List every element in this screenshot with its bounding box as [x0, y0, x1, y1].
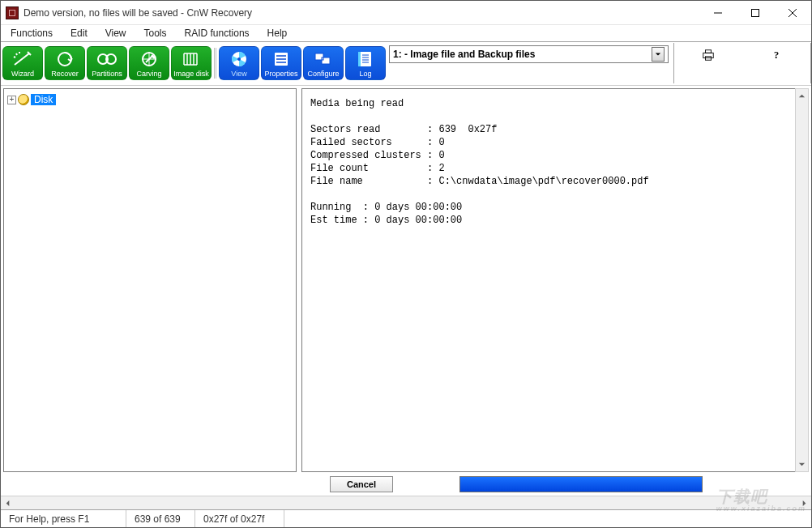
view-button[interactable]: View — [219, 46, 259, 80]
print-button[interactable] — [700, 48, 716, 62]
tree-root-label[interactable]: Disk — [31, 94, 56, 105]
view-label: View — [231, 70, 246, 78]
tree-root[interactable]: + Disk — [7, 94, 293, 105]
menu-edit[interactable]: Edit — [67, 27, 91, 40]
partitions-label: Partitions — [92, 70, 122, 78]
horizontal-scrollbar[interactable] — [1, 496, 811, 509]
configure-label: Configure — [307, 70, 339, 78]
log-icon — [349, 49, 382, 70]
imagedisk-icon — [175, 49, 207, 70]
minimize-button[interactable] — [699, 1, 737, 24]
close-button[interactable] — [774, 1, 811, 24]
toolbar: Wizard Recover Partitions Carving — [1, 43, 811, 83]
log-label: Log — [359, 70, 371, 78]
carving-button[interactable]: Carving — [129, 46, 169, 80]
scroll-left-icon[interactable] — [1, 496, 15, 509]
scroll-up-icon[interactable] — [796, 89, 808, 103]
svg-text:?: ? — [774, 49, 779, 61]
log-button[interactable]: Log — [345, 46, 386, 80]
app-window: Demo version, no files will be saved - C… — [0, 0, 812, 528]
imagedisk-button[interactable]: Image disk — [171, 46, 212, 80]
recover-label: Recover — [51, 70, 79, 78]
scroll-track[interactable] — [796, 103, 808, 458]
carving-label: Carving — [136, 70, 161, 78]
disk-icon — [18, 94, 29, 105]
status-help: For Help, press F1 — [1, 510, 126, 527]
configure-button[interactable]: Configure — [303, 46, 344, 80]
progress-bar — [459, 476, 703, 492]
vertical-scrollbar[interactable] — [795, 88, 809, 472]
window-controls — [699, 1, 811, 24]
view-icon — [223, 49, 255, 70]
menu-tools[interactable]: Tools — [141, 27, 170, 40]
maximize-button[interactable] — [737, 1, 774, 24]
svg-rect-0 — [752, 9, 759, 16]
svg-rect-12 — [360, 52, 371, 66]
menu-view[interactable]: View — [102, 27, 130, 40]
configure-icon — [307, 49, 340, 70]
log-pane[interactable]: Media being read Sectors read : 639 0x27… — [301, 88, 809, 472]
svg-rect-13 — [358, 52, 361, 66]
titlebar: Demo version, no files will be saved - C… — [1, 1, 811, 25]
status-sectors: 639 of 639 — [126, 510, 195, 527]
menubar: Functions Edit View Tools RAID functions… — [1, 25, 811, 41]
menu-raid[interactable]: RAID functions — [182, 27, 253, 40]
maximize-icon — [751, 9, 759, 17]
help-button[interactable]: ? — [768, 48, 784, 62]
partitions-button[interactable]: Partitions — [87, 46, 127, 80]
cancel-button[interactable]: Cancel — [330, 476, 393, 492]
action-row: Cancel — [1, 475, 811, 496]
carving-icon — [133, 49, 165, 70]
menu-functions[interactable]: Functions — [7, 27, 56, 40]
close-icon — [788, 9, 797, 17]
scroll-right-icon[interactable] — [797, 496, 811, 509]
window-title: Demo version, no files will be saved - C… — [24, 7, 699, 19]
recover-icon — [49, 49, 81, 70]
status-bar: For Help, press F1 639 of 639 0x27f of 0… — [1, 509, 811, 527]
help-icon: ? — [769, 49, 784, 62]
minimize-icon — [714, 9, 722, 17]
scroll-down-icon[interactable] — [796, 458, 808, 471]
chevron-down-icon[interactable] — [652, 47, 665, 62]
recover-button[interactable]: Recover — [45, 46, 85, 80]
drive-combo-text: 1: - Image file and Backup files — [393, 49, 535, 60]
imagedisk-label: Image disk — [173, 70, 209, 78]
svg-rect-14 — [703, 53, 713, 57]
partitions-icon — [91, 49, 123, 70]
status-hex: 0x27f of 0x27f — [195, 510, 284, 527]
toolbar-separator — [214, 48, 216, 79]
print-icon — [701, 49, 716, 62]
main-area: + Disk Media being read Sectors read : 6… — [1, 86, 811, 475]
menu-help[interactable]: Help — [264, 27, 291, 40]
properties-icon — [265, 49, 297, 70]
wizard-label: Wizard — [11, 70, 34, 78]
properties-button[interactable]: Properties — [261, 46, 301, 80]
app-icon — [6, 6, 19, 19]
scroll-track-h[interactable] — [15, 496, 797, 509]
wizard-button[interactable]: Wizard — [2, 46, 43, 80]
svg-rect-15 — [705, 50, 711, 53]
svg-point-6 — [237, 57, 241, 61]
properties-label: Properties — [264, 70, 297, 78]
tree-pane[interactable]: + Disk — [3, 88, 297, 472]
drive-combo[interactable]: 1: - Image file and Backup files — [389, 45, 669, 63]
progress-fill — [460, 477, 702, 492]
expand-icon[interactable]: + — [7, 96, 16, 104]
drive-combo-area: 1: - Image file and Backup files — [387, 43, 673, 83]
wizard-icon — [6, 49, 39, 70]
right-toolbar: ? — [673, 43, 811, 83]
